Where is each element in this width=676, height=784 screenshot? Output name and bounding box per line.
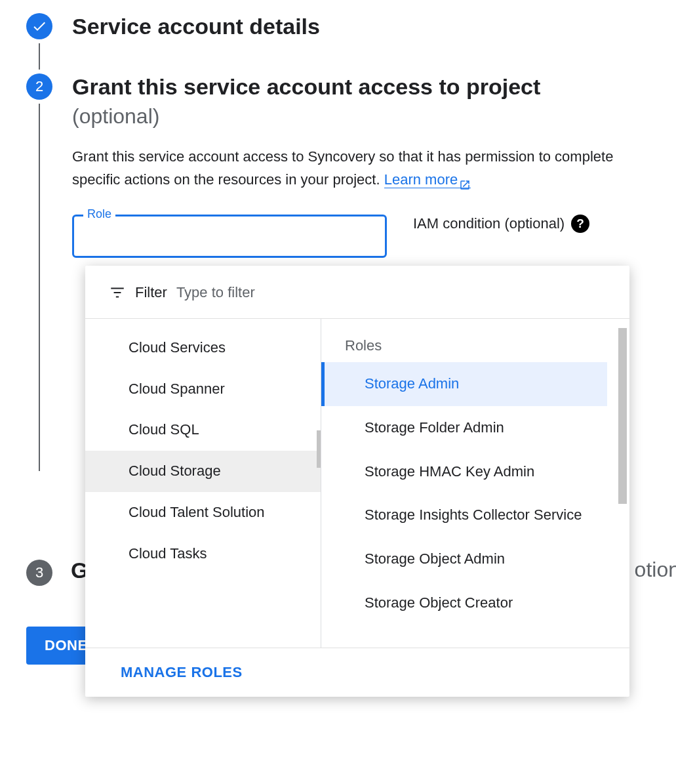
step-3: 3 bbox=[26, 560, 52, 586]
category-item[interactable]: Cloud Security Scanner bbox=[85, 319, 321, 327]
step-3-number: 3 bbox=[26, 560, 52, 586]
category-item-selected[interactable]: Cloud Storage bbox=[85, 451, 321, 492]
category-item[interactable]: Cloud Talent Solution bbox=[85, 492, 321, 533]
learn-more-link[interactable]: Learn more bbox=[384, 171, 471, 188]
right-scrollbar[interactable] bbox=[618, 328, 627, 504]
role-select[interactable]: Role bbox=[72, 215, 387, 258]
step-2-description: Grant this service account access to Syn… bbox=[72, 145, 662, 191]
roles-header: Roles bbox=[321, 337, 629, 362]
external-link-icon bbox=[459, 175, 471, 186]
role-item[interactable]: Storage Folder Admin bbox=[321, 406, 629, 450]
role-item[interactable]: Storage Insights Collector Service bbox=[321, 493, 629, 537]
step-1: Service account details bbox=[26, 13, 676, 73]
category-item[interactable]: Cloud Tasks bbox=[85, 533, 321, 575]
step-2-number: 2 bbox=[26, 73, 52, 100]
role-item[interactable]: Storage Object Admin bbox=[321, 537, 629, 581]
check-icon bbox=[26, 13, 52, 39]
filter-bar[interactable]: Filter Type to filter bbox=[85, 266, 629, 319]
category-item[interactable]: Cloud SQL bbox=[85, 409, 321, 451]
role-item-selected[interactable]: Storage Admin bbox=[321, 362, 607, 406]
help-icon[interactable]: ? bbox=[571, 215, 589, 233]
role-field-label: Role bbox=[83, 207, 115, 221]
step-1-title[interactable]: Service account details bbox=[72, 12, 676, 41]
role-dropdown-panel: Filter Type to filter Cloud Security Sca… bbox=[85, 266, 629, 697]
role-item[interactable]: Storage HMAC Key Admin bbox=[321, 450, 629, 494]
role-item[interactable]: Storage Object Creator bbox=[321, 581, 629, 625]
left-scrollbar[interactable] bbox=[317, 430, 321, 468]
filter-label: Filter bbox=[135, 284, 167, 301]
step-2-optional: (optional) bbox=[72, 104, 159, 128]
category-item[interactable]: Cloud Spanner bbox=[85, 369, 321, 410]
filter-input[interactable]: Type to filter bbox=[176, 284, 255, 301]
step-2-title: Grant this service account access to pro… bbox=[72, 72, 676, 131]
iam-condition-label: IAM condition (optional) ? bbox=[413, 215, 589, 233]
manage-roles-link[interactable]: MANAGE ROLES bbox=[121, 664, 243, 680]
filter-icon bbox=[109, 284, 126, 301]
roles-list[interactable]: Roles Storage Admin Storage Folder Admin… bbox=[321, 319, 629, 648]
step-3-optional-fragment: otion bbox=[635, 558, 676, 582]
category-list[interactable]: Cloud Security Scanner Cloud Services Cl… bbox=[85, 319, 321, 648]
category-item[interactable]: Cloud Services bbox=[85, 327, 321, 369]
